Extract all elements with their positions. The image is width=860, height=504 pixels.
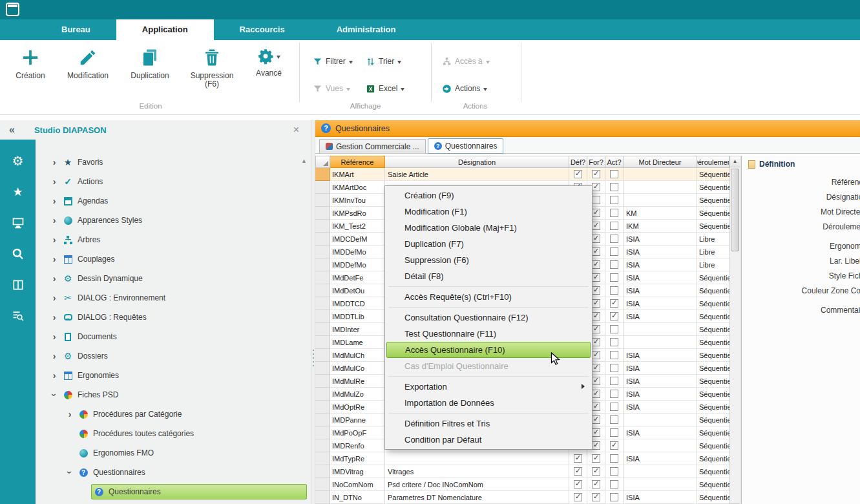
cell-reference[interactable]: IKM_Test2: [330, 220, 385, 233]
tree-item[interactable]: › Apparences Styles: [36, 211, 311, 230]
cell-reference[interactable]: IMDLame: [330, 336, 385, 349]
checkbox-act[interactable]: [610, 325, 618, 333]
cell-mot-directeur[interactable]: ISIA: [624, 401, 697, 414]
cell-deroulement[interactable]: Séquentiel: [697, 375, 729, 388]
modification-button[interactable]: Modification: [57, 43, 119, 101]
gear-icon[interactable]: ⚙: [11, 154, 25, 168]
chevron-icon[interactable]: ›: [49, 389, 59, 401]
checkbox-for[interactable]: [592, 480, 600, 488]
cell-deroulement[interactable]: Séquentiel: [697, 336, 729, 349]
cell-mot-directeur[interactable]: ISIA: [624, 388, 697, 401]
cell-deroulement[interactable]: Libre: [697, 233, 729, 246]
tree-item[interactable]: › Agendas: [36, 191, 311, 211]
cell-designation[interactable]: Parametres DT Nomenclature: [385, 491, 569, 504]
cell-deroulement[interactable]: Séquentiel: [697, 491, 729, 504]
row-selector[interactable]: [315, 414, 330, 426]
checkbox-for[interactable]: [592, 273, 600, 282]
scroll-up-button[interactable]: [730, 156, 740, 167]
checkbox-act[interactable]: [610, 286, 618, 295]
context-menu-item[interactable]: Modification (F1): [385, 204, 592, 220]
checkbox-def[interactable]: [574, 493, 582, 501]
cell-mot-directeur[interactable]: [624, 478, 697, 491]
row-selector[interactable]: [315, 439, 330, 452]
cell-reference[interactable]: IN_DTNo: [330, 491, 385, 504]
row-selector[interactable]: [315, 362, 330, 375]
cell-mot-directeur[interactable]: [624, 414, 697, 426]
cell-deroulement[interactable]: Séquentiel: [697, 271, 729, 284]
cell-mot-directeur[interactable]: ISIA: [624, 246, 697, 258]
checkbox-def[interactable]: [574, 170, 582, 178]
checkbox-for[interactable]: [592, 312, 600, 320]
cell-reference[interactable]: IMdMulRe: [330, 375, 385, 388]
cell-reference[interactable]: IMDPanne: [330, 414, 385, 426]
chevron-icon[interactable]: ›: [48, 331, 60, 342]
tree-item[interactable]: › ✂ DIALOG : Environnement: [36, 288, 311, 308]
context-menu-item[interactable]: Test Questionnaire (F11): [385, 326, 592, 342]
cell-deroulement[interactable]: Séquentiel: [697, 168, 729, 181]
tree-item[interactable]: › Procédures par Catégorie: [36, 404, 311, 424]
column-header-act[interactable]: Act?: [605, 156, 624, 168]
row-selector[interactable]: [315, 375, 330, 388]
checkbox-for[interactable]: [592, 196, 600, 204]
row-selector[interactable]: [315, 258, 330, 271]
checkbox-for[interactable]: [592, 390, 600, 398]
tree-item[interactable]: Ergonomies FMO: [36, 443, 311, 463]
cell-deroulement[interactable]: Séquentiel: [697, 194, 729, 207]
context-menu-item[interactable]: Importation de Données: [385, 395, 592, 411]
cell-mot-directeur[interactable]: [624, 323, 697, 336]
excel-button[interactable]: Excel: [366, 81, 404, 96]
row-selector[interactable]: [315, 349, 330, 362]
cell-reference[interactable]: IKMArtDoc: [330, 181, 385, 194]
cell-deroulement[interactable]: Séquentiel: [697, 310, 729, 323]
tree-item[interactable]: › Arbres: [36, 230, 311, 249]
row-selector[interactable]: [315, 168, 330, 181]
checkbox-act[interactable]: [610, 312, 618, 320]
search-list-icon[interactable]: [11, 309, 25, 323]
checkbox-for[interactable]: [592, 183, 600, 191]
chevron-icon[interactable]: ›: [48, 312, 60, 322]
checkbox-for[interactable]: [592, 403, 600, 411]
checkbox-for[interactable]: [592, 170, 600, 178]
checkbox-for[interactable]: [592, 286, 600, 295]
row-selector[interactable]: [315, 297, 330, 310]
chevron-icon[interactable]: ›: [64, 409, 76, 419]
cell-deroulement[interactable]: Séquentiel: [697, 181, 729, 194]
cell-deroulement[interactable]: Séquentiel: [697, 388, 729, 401]
table-row[interactable]: IN_DTNo Parametres DT Nomenclature ISIA …: [315, 491, 729, 504]
cell-mot-directeur[interactable]: ISIA: [624, 362, 697, 375]
ribbon-tab-application[interactable]: Application: [116, 19, 214, 40]
star-icon[interactable]: ★: [11, 185, 25, 199]
checkbox-for[interactable]: [592, 467, 600, 476]
checkbox-for[interactable]: [592, 299, 600, 308]
cell-deroulement[interactable]: Libre: [697, 258, 729, 271]
checkbox-for[interactable]: [592, 415, 600, 424]
cell-reference[interactable]: IMdMulZo: [330, 388, 385, 401]
column-header-def[interactable]: Déf?: [569, 156, 587, 168]
chevron-icon[interactable]: ›: [48, 370, 60, 381]
table-row[interactable]: IMdTypRe ISIA Séquentiel: [315, 452, 729, 465]
checkbox-for[interactable]: [592, 377, 600, 385]
cell-deroulement[interactable]: Séquentiel: [697, 297, 729, 310]
checkbox-act[interactable]: [610, 351, 618, 359]
cell-mot-directeur[interactable]: [624, 465, 697, 478]
row-selector[interactable]: [315, 323, 330, 336]
cell-mot-directeur[interactable]: ISIA: [624, 491, 697, 504]
row-selector[interactable]: [315, 181, 330, 194]
checkbox-for[interactable]: [592, 325, 600, 333]
cell-mot-directeur[interactable]: KM: [624, 207, 697, 220]
row-selector[interactable]: [315, 220, 330, 233]
row-selector[interactable]: [315, 310, 330, 323]
checkbox-act[interactable]: [610, 415, 618, 424]
checkbox-act[interactable]: [610, 338, 618, 346]
cell-reference[interactable]: IMDVitrag: [330, 465, 385, 478]
cell-deroulement[interactable]: Séquentiel: [697, 452, 729, 465]
table-row[interactable]: IKMArt Saisie Article Séquentiel: [315, 168, 729, 181]
row-selector[interactable]: [315, 388, 330, 401]
checkbox-for[interactable]: [592, 441, 600, 450]
cell-mot-directeur[interactable]: [624, 168, 697, 181]
cell-mot-directeur[interactable]: [624, 181, 697, 194]
checkbox-act[interactable]: [610, 260, 618, 269]
cell-deroulement[interactable]: Séquentiel: [697, 207, 729, 220]
checkbox-def[interactable]: [574, 480, 582, 488]
checkbox-for[interactable]: [592, 364, 600, 372]
